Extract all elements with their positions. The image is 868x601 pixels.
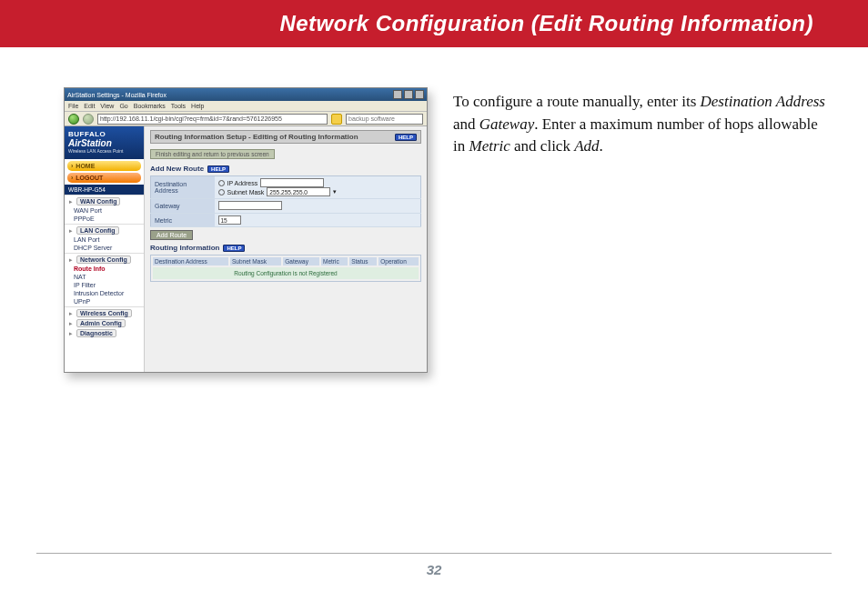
home-label: HOME xyxy=(76,163,95,169)
product-tag: Wireless LAN Access Point xyxy=(68,148,140,154)
window-titlebar: AirStation Settings - Mozilla Firefox xyxy=(65,88,427,101)
cell-destination: IP Address Subnet Mask 255.255.255.0 ▾ xyxy=(215,176,421,199)
help-button[interactable]: HELP xyxy=(395,134,417,141)
product-name: AirStation xyxy=(68,138,140,148)
menu-file[interactable]: File xyxy=(68,103,78,109)
menu-help[interactable]: Help xyxy=(191,103,204,109)
add-route-title: Add New Route HELP xyxy=(150,165,421,173)
nav-pppoe[interactable]: PPPoE xyxy=(65,215,144,223)
radio-subnet-label: Subnet Mask xyxy=(227,189,265,195)
col-subnet: Subnet Mask xyxy=(230,257,281,265)
menu-view[interactable]: View xyxy=(100,103,114,109)
radio-subnet-mask[interactable] xyxy=(218,189,225,195)
window-title: AirStation Settings - Mozilla Firefox xyxy=(67,92,167,98)
section-title-text: Add New Route xyxy=(150,165,204,173)
text-fragment: and click xyxy=(510,137,574,155)
breadcrumb: Routing Information Setup - Editing of R… xyxy=(150,130,421,144)
home-button[interactable]: ›HOME xyxy=(67,161,141,171)
close-button[interactable] xyxy=(415,90,424,99)
radio-ip-address[interactable] xyxy=(218,180,225,186)
content-row: AirStation Settings - Mozilla Firefox Fi… xyxy=(0,47,868,373)
router-ui: BUFFALO AirStation Wireless LAN Access P… xyxy=(65,126,427,372)
empty-message: Routing Configuration is not Registered xyxy=(153,267,419,279)
row-metric: Metric 15 xyxy=(151,214,421,227)
expand-icon: ▸ xyxy=(69,227,76,235)
input-subnet-mask[interactable]: 255.255.255.0 xyxy=(267,187,330,196)
routing-info-section: Routing Information HELP Destination Add… xyxy=(150,244,421,282)
add-route-form: Destination Address IP Address Subnet Ma… xyxy=(150,175,421,227)
nav-label: Wireless Config xyxy=(76,309,132,317)
nav-diagnostic[interactable]: ▸Diagnostic xyxy=(65,328,144,338)
col-status: Status xyxy=(349,257,377,265)
radio-ip-label: IP Address xyxy=(227,180,258,186)
address-bar: http://192.168.11.1/cgi-bin/cgi?req=frm&… xyxy=(65,112,427,126)
expand-icon: ▸ xyxy=(69,330,76,337)
finish-editing-button[interactable]: Finish editing and return to previous sc… xyxy=(150,149,275,159)
label-gateway: Gateway xyxy=(151,199,215,214)
logout-label: LOGOUT xyxy=(76,175,103,181)
label-metric: Metric xyxy=(151,214,215,227)
nav-group-rest: ▸Wireless Config ▸Admin Config ▸Diagnost… xyxy=(65,306,144,339)
nav-upnp[interactable]: UPnP xyxy=(65,297,144,306)
search-field[interactable]: backup software xyxy=(346,114,423,125)
nav-ip-filter[interactable]: IP Filter xyxy=(65,281,144,289)
nav-network-config[interactable]: ▸Network Config xyxy=(65,255,144,265)
nav-dhcp-server[interactable]: DHCP Server xyxy=(65,244,144,252)
sidebar: BUFFALO AirStation Wireless LAN Access P… xyxy=(65,126,145,372)
row-gateway: Gateway xyxy=(151,199,421,214)
help-button[interactable]: HELP xyxy=(207,165,229,173)
brand-name: BUFFALO xyxy=(68,130,140,138)
text-metric: Metric xyxy=(469,137,510,155)
instructions-text: To configure a route manually, enter its… xyxy=(453,87,832,158)
expand-icon: ▸ xyxy=(69,256,76,264)
browser-menubar: File Edit View Go Bookmarks Tools Help xyxy=(65,101,427,112)
nav-wan-port[interactable]: WAN Port xyxy=(65,206,144,215)
nav-group-wan: ▸WAN Config WAN Port PPPoE xyxy=(65,195,144,224)
col-destination: Destination Address xyxy=(153,257,228,265)
nav-nat[interactable]: NAT xyxy=(65,273,144,281)
nav-wireless-config[interactable]: ▸Wireless Config xyxy=(65,308,144,318)
add-route-button[interactable]: Add Route xyxy=(150,230,193,240)
nav-intrusion-detector[interactable]: Intrusion Detector xyxy=(65,289,144,297)
screenshot-frame: AirStation Settings - Mozilla Firefox Fi… xyxy=(64,87,428,373)
nav-admin-config[interactable]: ▸Admin Config xyxy=(65,318,144,328)
input-metric[interactable]: 15 xyxy=(218,215,241,225)
page-title: Network Configuration (Edit Routing Info… xyxy=(279,11,813,36)
nav-lan-config[interactable]: ▸LAN Config xyxy=(65,225,144,235)
go-button[interactable] xyxy=(331,114,342,125)
menu-go[interactable]: Go xyxy=(119,103,127,109)
footer-rule xyxy=(36,553,832,554)
input-gateway[interactable] xyxy=(218,201,282,210)
text-add: Add xyxy=(574,137,599,155)
chevron-right-icon: › xyxy=(71,163,73,169)
nav-label: WAN Config xyxy=(76,197,120,205)
page-number: 32 xyxy=(0,562,868,577)
nav-lan-port[interactable]: LAN Port xyxy=(65,235,144,244)
back-button[interactable] xyxy=(68,114,79,125)
main-panel: Routing Information Setup - Editing of R… xyxy=(145,126,427,372)
add-route-section: Add New Route HELP Destination Address I… xyxy=(150,165,421,240)
chevron-right-icon: › xyxy=(71,175,73,181)
logout-button[interactable]: ›LOGOUT xyxy=(67,173,141,183)
label-destination: Destination Address xyxy=(151,176,215,199)
input-ip-address[interactable] xyxy=(260,178,324,187)
section-title-text: Routing Information xyxy=(150,244,219,252)
nav-group-network: ▸Network Config Route Info NAT IP Filter… xyxy=(65,253,144,306)
menu-tools[interactable]: Tools xyxy=(171,103,186,109)
dropdown-icon[interactable]: ▾ xyxy=(333,188,337,195)
text-gateway: Gateway xyxy=(479,115,534,133)
menu-bookmarks[interactable]: Bookmarks xyxy=(134,103,166,109)
nav-wan-config[interactable]: ▸WAN Config xyxy=(65,196,144,206)
help-button[interactable]: HELP xyxy=(223,245,245,252)
page-header: Network Configuration (Edit Routing Info… xyxy=(0,0,868,47)
nav-label: Admin Config xyxy=(76,319,126,327)
url-field[interactable]: http://192.168.11.1/cgi-bin/cgi?req=frm&… xyxy=(97,114,328,125)
nav-route-info[interactable]: Route Info xyxy=(65,265,144,273)
url-text: http://192.168.11.1/cgi-bin/cgi?req=frm&… xyxy=(100,115,282,122)
menu-edit[interactable]: Edit xyxy=(84,103,95,109)
text-fragment: and xyxy=(453,115,479,133)
minimize-button[interactable] xyxy=(393,90,402,99)
maximize-button[interactable] xyxy=(404,90,413,99)
forward-button[interactable] xyxy=(83,114,94,125)
text-fragment: . xyxy=(600,137,603,155)
